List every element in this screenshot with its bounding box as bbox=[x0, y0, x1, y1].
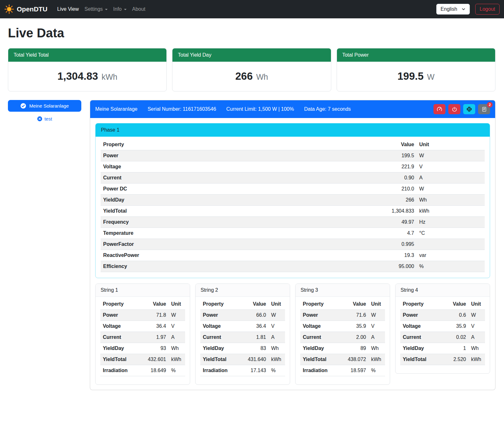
row-unit: W bbox=[417, 150, 485, 161]
table-row: Frequency 49.97 Hz bbox=[101, 217, 485, 228]
language-select[interactable]: English bbox=[436, 4, 470, 15]
card-header: Total Yield Day bbox=[172, 48, 331, 62]
table-row: YieldTotal 438.072 kWh bbox=[300, 354, 385, 365]
nav-item-label: Info bbox=[113, 6, 122, 12]
language-value: English bbox=[441, 6, 457, 12]
limit-settings-button[interactable] bbox=[433, 104, 445, 114]
row-unit: var bbox=[417, 250, 485, 261]
row-value: 71.8 bbox=[145, 310, 169, 321]
card-header: Total Yield Total bbox=[8, 48, 166, 62]
row-property: YieldTotal bbox=[400, 354, 446, 365]
row-value: 18.649 bbox=[145, 365, 169, 376]
row-unit: W bbox=[369, 310, 385, 321]
string-card-1: String 1 Property Value Unit bbox=[95, 284, 190, 385]
row-property: YieldDay bbox=[400, 343, 446, 354]
inverter-link-test[interactable]: test bbox=[8, 116, 81, 122]
row-unit: % bbox=[417, 261, 485, 272]
row-property: Irradiation bbox=[300, 365, 345, 376]
row-unit: A bbox=[417, 172, 485, 184]
card-total-power: Total Power 199.5 W bbox=[337, 48, 495, 91]
card-body: 199.5 W bbox=[337, 62, 495, 91]
nav-item-about[interactable]: About bbox=[129, 4, 148, 15]
inverter-button-selected[interactable]: Meine Solaranlage bbox=[8, 100, 81, 112]
row-property: Current bbox=[100, 332, 145, 343]
table-row: YieldTotal 2.520 kWh bbox=[400, 354, 485, 365]
row-value: 199.5 bbox=[376, 150, 417, 161]
row-unit: Wh bbox=[269, 343, 285, 354]
inverter-name: Meine Solaranlage bbox=[95, 106, 137, 112]
row-property: YieldTotal bbox=[300, 354, 345, 365]
power-button[interactable] bbox=[448, 104, 460, 114]
page-title: Live Data bbox=[8, 26, 495, 40]
row-property: YieldDay bbox=[101, 195, 376, 206]
row-value: 83 bbox=[245, 343, 269, 354]
phase-card: Phase 1 Property Value Unit bbox=[95, 123, 490, 278]
summary-cards: Total Yield Total 1,304.83 kWh Total Yie… bbox=[8, 48, 495, 91]
row-unit bbox=[417, 239, 485, 250]
nav-item-settings[interactable]: Settings bbox=[82, 4, 110, 15]
journal-icon bbox=[482, 107, 487, 112]
navbar: OpenDTU Live View Settings Info About En… bbox=[0, 0, 504, 18]
card-header: Total Power bbox=[337, 48, 495, 62]
device-info-button[interactable] bbox=[463, 104, 475, 114]
brand-link[interactable]: OpenDTU bbox=[4, 4, 47, 14]
table-row: Power 66.0 W bbox=[200, 310, 285, 321]
nav-item-label: About bbox=[132, 6, 146, 12]
table-row: Power 71.8 W bbox=[100, 310, 185, 321]
row-value: 0.6 bbox=[446, 310, 469, 321]
serial-number: Serial Number: 116171603546 bbox=[147, 106, 216, 112]
gauge-icon bbox=[437, 106, 442, 112]
row-property: Temperature bbox=[101, 228, 376, 239]
row-unit: A bbox=[269, 332, 285, 343]
row-value: 35.9 bbox=[446, 321, 469, 332]
row-value: 35.9 bbox=[345, 321, 369, 332]
row-value: 93 bbox=[145, 343, 169, 354]
row-value: 221.9 bbox=[376, 161, 417, 172]
table-header-row: Property Value Unit bbox=[200, 299, 285, 310]
table-row: Current 0.90 A bbox=[101, 172, 485, 184]
row-property: ReactivePower bbox=[101, 250, 376, 261]
table-row: YieldTotal 432.601 kWh bbox=[100, 354, 185, 365]
row-unit: W bbox=[417, 184, 485, 195]
row-value: 1 bbox=[446, 343, 469, 354]
nav-item-info[interactable]: Info bbox=[110, 4, 129, 15]
row-property: Power bbox=[400, 310, 446, 321]
row-property: YieldDay bbox=[300, 343, 345, 354]
string-card-title: String 3 bbox=[296, 284, 390, 297]
string-card-body: Property Value Unit Power 66.0 bbox=[196, 297, 290, 384]
table-row: Voltage 36.4 V bbox=[200, 321, 285, 332]
row-unit: kWh bbox=[269, 354, 285, 365]
table-row: Voltage 35.9 V bbox=[300, 321, 385, 332]
row-value: 89 bbox=[345, 343, 369, 354]
string-card-title: String 1 bbox=[96, 284, 190, 297]
row-property: Current bbox=[400, 332, 446, 343]
table-header-row: Property Value Unit bbox=[100, 299, 185, 310]
table-header-row: Property Value Unit bbox=[300, 299, 385, 310]
check-circle-icon bbox=[20, 103, 26, 109]
card-total-yield-day: Total Yield Day 266 Wh bbox=[172, 48, 331, 91]
string-card-body: Property Value Unit Power 71.8 bbox=[96, 297, 190, 384]
table-row: Irradiation 18.597 % bbox=[300, 365, 385, 376]
row-unit: V bbox=[417, 161, 485, 172]
nav-item-live-view[interactable]: Live View bbox=[54, 4, 82, 15]
row-property: Efficiency bbox=[101, 261, 376, 272]
card-value: 1,304.83 bbox=[57, 70, 98, 82]
inverter-panel: Meine Solaranlage Serial Number: 1161716… bbox=[90, 100, 495, 390]
row-property: Power bbox=[100, 310, 145, 321]
row-value: 4.7 bbox=[376, 228, 417, 239]
cpu-icon bbox=[466, 106, 472, 112]
table-row: YieldTotal 1,304.833 kWh bbox=[101, 206, 485, 217]
row-unit: Wh bbox=[369, 343, 385, 354]
column-property: Property bbox=[200, 299, 245, 310]
row-value: 71.6 bbox=[345, 310, 369, 321]
row-property: Current bbox=[300, 332, 345, 343]
row-value: 1.97 bbox=[145, 332, 169, 343]
logout-button[interactable]: Logout bbox=[475, 4, 500, 15]
string-table: Property Value Unit Power 0.6 bbox=[400, 299, 485, 365]
event-log-button[interactable]: 2 bbox=[478, 104, 490, 114]
row-property: Irradiation bbox=[200, 365, 245, 376]
card-unit: W bbox=[427, 72, 435, 82]
inverter-name-label: test bbox=[44, 116, 52, 122]
data-age: Data Age: 7 seconds bbox=[304, 106, 351, 112]
table-row: Power 71.6 W bbox=[300, 310, 385, 321]
